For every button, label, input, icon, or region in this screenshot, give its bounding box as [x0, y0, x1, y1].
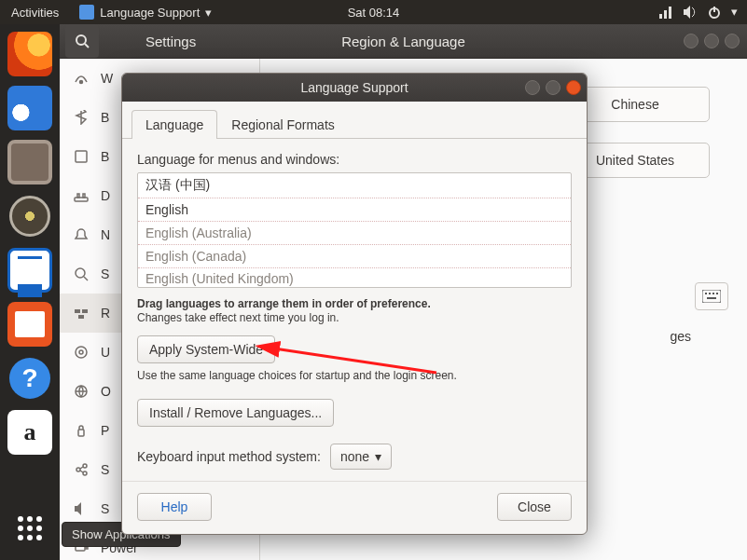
dock-files-icon[interactable]: [7, 140, 52, 184]
network-icon: [658, 5, 673, 20]
language-list-item[interactable]: 汉语 (中国): [138, 173, 571, 198]
svg-rect-16: [82, 309, 88, 313]
sidebar-item-label: P: [101, 423, 109, 438]
sidebar-item-icon: [73, 383, 90, 400]
minimize-button[interactable]: [684, 34, 699, 48]
topbar: Activities Language Support ▾ Sat 08:14 …: [0, 0, 747, 24]
maximize-button[interactable]: [546, 80, 560, 95]
chevron-down-icon: ▾: [375, 449, 381, 464]
search-button[interactable]: [65, 24, 99, 58]
sidebar-item-label: S: [101, 462, 109, 477]
sidebar-item-icon: [73, 70, 90, 87]
sidebar-item-icon: [73, 148, 90, 165]
svg-rect-15: [75, 309, 80, 313]
sidebar-item-label: O: [101, 384, 111, 399]
sidebar-item-label: B: [101, 149, 109, 164]
svg-rect-34: [716, 293, 718, 294]
language-list-item[interactable]: English (Australia): [138, 222, 571, 245]
sidebar-item-label: S: [101, 266, 109, 281]
svg-rect-10: [75, 198, 88, 201]
minimize-button[interactable]: [525, 80, 540, 95]
clock[interactable]: Sat 08:14: [348, 6, 400, 20]
svg-rect-33: [712, 293, 714, 294]
svg-line-7: [85, 44, 89, 48]
language-list[interactable]: 汉语 (中国)EnglishEnglish (Australia)English…: [137, 172, 572, 288]
activities-button[interactable]: Activities: [0, 6, 70, 20]
dialog-footer: Help Close: [122, 481, 587, 534]
search-icon: [75, 34, 90, 48]
install-remove-languages-button[interactable]: Install / Remove Languages...: [137, 399, 334, 427]
show-applications-button[interactable]: [7, 506, 52, 551]
settings-titlebar: Settings Region & Language: [60, 24, 747, 59]
keyboard-method-label: Keyboard input method system:: [137, 449, 321, 464]
sidebar-item-icon: [73, 109, 90, 126]
app-menu[interactable]: Language Support ▾: [70, 5, 221, 20]
dock-rhythmbox-icon[interactable]: [7, 194, 52, 239]
dock-amazon-icon[interactable]: a: [7, 410, 52, 455]
close-button[interactable]: [725, 34, 740, 48]
sidebar-item-icon: [73, 500, 90, 517]
keyboard-layout-button[interactable]: [695, 282, 728, 310]
app-menu-label: Language Support: [100, 6, 200, 20]
svg-rect-31: [705, 293, 707, 294]
language-list-item[interactable]: English (Canada): [138, 245, 571, 268]
sidebar-item-label: W: [101, 71, 113, 86]
manage-languages-partial: ges: [670, 329, 691, 344]
svg-line-26: [80, 471, 83, 472]
chevron-down-icon: ▾: [205, 6, 212, 20]
apply-hint: Use the same language choices for startu…: [137, 369, 572, 382]
dock-software-icon[interactable]: [7, 302, 52, 347]
sidebar-item-label: U: [101, 345, 110, 360]
dialog-titlebar[interactable]: Language Support: [122, 74, 587, 102]
settings-title: Settings: [145, 34, 196, 49]
language-support-icon: [79, 5, 94, 20]
svg-rect-32: [709, 293, 711, 294]
sidebar-item-label: N: [101, 227, 110, 242]
svg-rect-12: [83, 194, 85, 198]
system-status-area[interactable]: ▾: [658, 5, 747, 20]
svg-point-24: [83, 471, 87, 475]
sidebar-item-label: B: [101, 110, 109, 125]
language-list-item[interactable]: English: [138, 198, 571, 222]
sidebar-item-label: S: [101, 501, 109, 516]
apply-system-wide-button[interactable]: Apply System-Wide: [137, 335, 275, 363]
sidebar-item-icon: [73, 422, 90, 439]
svg-point-13: [76, 268, 85, 278]
tab-regional-formats[interactable]: Regional Formats: [217, 110, 349, 139]
tab-language[interactable]: Language: [131, 110, 217, 139]
svg-rect-29: [86, 547, 88, 549]
sidebar-item-icon: [73, 305, 90, 321]
sidebar-item-icon: [73, 266, 90, 282]
svg-rect-2: [669, 7, 671, 19]
language-list-item[interactable]: English (United Kingdom): [138, 268, 571, 287]
sidebar-item-icon: [73, 187, 90, 204]
svg-rect-21: [78, 430, 84, 436]
sidebar-item-icon: [73, 344, 90, 361]
keyboard-method-combo[interactable]: none ▾: [330, 444, 392, 470]
settings-panel-title: Region & Language: [341, 34, 465, 49]
svg-rect-9: [76, 151, 87, 162]
sidebar-item-icon: [73, 461, 90, 478]
dock-help-icon[interactable]: ?: [7, 356, 52, 401]
close-dialog-button[interactable]: Close: [497, 493, 572, 521]
svg-rect-11: [77, 194, 79, 198]
svg-rect-1: [664, 10, 667, 19]
svg-rect-30: [702, 290, 721, 303]
svg-rect-35: [707, 297, 716, 299]
svg-point-8: [80, 81, 83, 84]
svg-line-25: [80, 467, 83, 469]
keyboard-method-value: none: [340, 449, 369, 464]
dock-writer-icon[interactable]: [7, 248, 52, 293]
svg-marker-27: [75, 502, 81, 515]
power-icon: [707, 5, 722, 20]
drag-hint-sub: Changes take effect next time you log in…: [137, 311, 572, 324]
dock-firefox-icon[interactable]: [7, 32, 52, 76]
svg-line-14: [84, 277, 88, 280]
dialog-tabs: Language Regional Formats: [122, 102, 587, 139]
help-button[interactable]: Help: [137, 493, 212, 521]
drag-hint-bold: Drag languages to arrange them in order …: [137, 297, 572, 310]
dock-thunderbird-icon[interactable]: [7, 86, 52, 130]
close-button[interactable]: [566, 80, 581, 95]
dialog-title: Language Support: [300, 80, 408, 95]
maximize-button[interactable]: [704, 34, 719, 48]
